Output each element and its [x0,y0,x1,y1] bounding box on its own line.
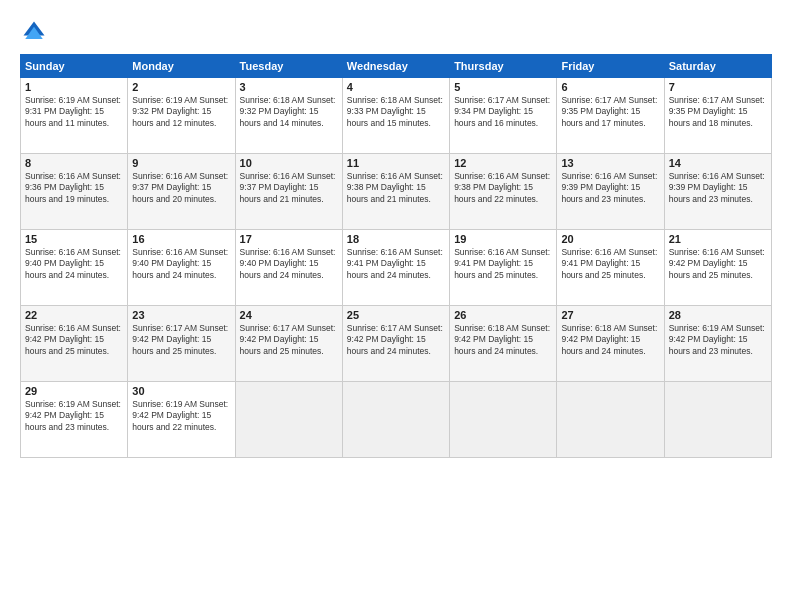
day-info: Sunrise: 6:16 AM Sunset: 9:41 PM Dayligh… [454,247,552,281]
day-number: 22 [25,309,123,321]
table-row: 29Sunrise: 6:19 AM Sunset: 9:42 PM Dayli… [21,382,128,458]
table-row: 1Sunrise: 6:19 AM Sunset: 9:31 PM Daylig… [21,78,128,154]
day-info: Sunrise: 6:17 AM Sunset: 9:35 PM Dayligh… [669,95,767,129]
day-info: Sunrise: 6:19 AM Sunset: 9:42 PM Dayligh… [669,323,767,357]
day-number: 3 [240,81,338,93]
table-row: 16Sunrise: 6:16 AM Sunset: 9:40 PM Dayli… [128,230,235,306]
table-row: 25Sunrise: 6:17 AM Sunset: 9:42 PM Dayli… [342,306,449,382]
day-info: Sunrise: 6:16 AM Sunset: 9:38 PM Dayligh… [454,171,552,205]
table-row: 15Sunrise: 6:16 AM Sunset: 9:40 PM Dayli… [21,230,128,306]
col-monday: Monday [128,55,235,78]
day-info: Sunrise: 6:16 AM Sunset: 9:37 PM Dayligh… [240,171,338,205]
day-number: 13 [561,157,659,169]
day-number: 28 [669,309,767,321]
table-row: 27Sunrise: 6:18 AM Sunset: 9:42 PM Dayli… [557,306,664,382]
table-row: 19Sunrise: 6:16 AM Sunset: 9:41 PM Dayli… [450,230,557,306]
header-row: Sunday Monday Tuesday Wednesday Thursday… [21,55,772,78]
day-number: 24 [240,309,338,321]
table-row: 2Sunrise: 6:19 AM Sunset: 9:32 PM Daylig… [128,78,235,154]
day-info: Sunrise: 6:16 AM Sunset: 9:36 PM Dayligh… [25,171,123,205]
day-info: Sunrise: 6:16 AM Sunset: 9:39 PM Dayligh… [669,171,767,205]
header [20,18,772,46]
day-info: Sunrise: 6:16 AM Sunset: 9:41 PM Dayligh… [347,247,445,281]
day-number: 10 [240,157,338,169]
day-info: Sunrise: 6:16 AM Sunset: 9:40 PM Dayligh… [132,247,230,281]
day-info: Sunrise: 6:16 AM Sunset: 9:39 PM Dayligh… [561,171,659,205]
table-row: 21Sunrise: 6:16 AM Sunset: 9:42 PM Dayli… [664,230,771,306]
day-number: 14 [669,157,767,169]
day-number: 15 [25,233,123,245]
day-number: 5 [454,81,552,93]
day-info: Sunrise: 6:16 AM Sunset: 9:41 PM Dayligh… [561,247,659,281]
table-row: 11Sunrise: 6:16 AM Sunset: 9:38 PM Dayli… [342,154,449,230]
table-row: 12Sunrise: 6:16 AM Sunset: 9:38 PM Dayli… [450,154,557,230]
table-row: 26Sunrise: 6:18 AM Sunset: 9:42 PM Dayli… [450,306,557,382]
table-row: 24Sunrise: 6:17 AM Sunset: 9:42 PM Dayli… [235,306,342,382]
day-info: Sunrise: 6:18 AM Sunset: 9:33 PM Dayligh… [347,95,445,129]
week-row-3: 22Sunrise: 6:16 AM Sunset: 9:42 PM Dayli… [21,306,772,382]
day-number: 30 [132,385,230,397]
table-row [557,382,664,458]
day-number: 1 [25,81,123,93]
day-info: Sunrise: 6:16 AM Sunset: 9:38 PM Dayligh… [347,171,445,205]
table-row: 9Sunrise: 6:16 AM Sunset: 9:37 PM Daylig… [128,154,235,230]
table-row: 23Sunrise: 6:17 AM Sunset: 9:42 PM Dayli… [128,306,235,382]
table-row: 22Sunrise: 6:16 AM Sunset: 9:42 PM Dayli… [21,306,128,382]
day-info: Sunrise: 6:19 AM Sunset: 9:42 PM Dayligh… [25,399,123,433]
day-info: Sunrise: 6:16 AM Sunset: 9:40 PM Dayligh… [25,247,123,281]
col-friday: Friday [557,55,664,78]
day-info: Sunrise: 6:19 AM Sunset: 9:42 PM Dayligh… [132,399,230,433]
table-row [342,382,449,458]
day-info: Sunrise: 6:19 AM Sunset: 9:31 PM Dayligh… [25,95,123,129]
day-info: Sunrise: 6:18 AM Sunset: 9:42 PM Dayligh… [454,323,552,357]
table-row: 8Sunrise: 6:16 AM Sunset: 9:36 PM Daylig… [21,154,128,230]
week-row-2: 15Sunrise: 6:16 AM Sunset: 9:40 PM Dayli… [21,230,772,306]
col-sunday: Sunday [21,55,128,78]
col-tuesday: Tuesday [235,55,342,78]
week-row-0: 1Sunrise: 6:19 AM Sunset: 9:31 PM Daylig… [21,78,772,154]
table-row: 14Sunrise: 6:16 AM Sunset: 9:39 PM Dayli… [664,154,771,230]
table-row: 10Sunrise: 6:16 AM Sunset: 9:37 PM Dayli… [235,154,342,230]
day-number: 8 [25,157,123,169]
table-row: 30Sunrise: 6:19 AM Sunset: 9:42 PM Dayli… [128,382,235,458]
week-row-1: 8Sunrise: 6:16 AM Sunset: 9:36 PM Daylig… [21,154,772,230]
day-number: 2 [132,81,230,93]
day-number: 18 [347,233,445,245]
col-wednesday: Wednesday [342,55,449,78]
table-row [235,382,342,458]
table-row: 28Sunrise: 6:19 AM Sunset: 9:42 PM Dayli… [664,306,771,382]
day-number: 29 [25,385,123,397]
day-number: 19 [454,233,552,245]
col-saturday: Saturday [664,55,771,78]
table-row: 17Sunrise: 6:16 AM Sunset: 9:40 PM Dayli… [235,230,342,306]
col-thursday: Thursday [450,55,557,78]
table-row: 7Sunrise: 6:17 AM Sunset: 9:35 PM Daylig… [664,78,771,154]
day-info: Sunrise: 6:17 AM Sunset: 9:34 PM Dayligh… [454,95,552,129]
day-number: 21 [669,233,767,245]
week-row-4: 29Sunrise: 6:19 AM Sunset: 9:42 PM Dayli… [21,382,772,458]
day-info: Sunrise: 6:17 AM Sunset: 9:42 PM Dayligh… [347,323,445,357]
table-row [450,382,557,458]
logo [20,18,52,46]
day-number: 17 [240,233,338,245]
table-row: 5Sunrise: 6:17 AM Sunset: 9:34 PM Daylig… [450,78,557,154]
table-row: 13Sunrise: 6:16 AM Sunset: 9:39 PM Dayli… [557,154,664,230]
table-row: 20Sunrise: 6:16 AM Sunset: 9:41 PM Dayli… [557,230,664,306]
day-number: 20 [561,233,659,245]
logo-icon [20,18,48,46]
table-row: 18Sunrise: 6:16 AM Sunset: 9:41 PM Dayli… [342,230,449,306]
day-number: 11 [347,157,445,169]
day-number: 12 [454,157,552,169]
day-info: Sunrise: 6:19 AM Sunset: 9:32 PM Dayligh… [132,95,230,129]
day-info: Sunrise: 6:16 AM Sunset: 9:42 PM Dayligh… [25,323,123,357]
table-row: 4Sunrise: 6:18 AM Sunset: 9:33 PM Daylig… [342,78,449,154]
day-info: Sunrise: 6:17 AM Sunset: 9:35 PM Dayligh… [561,95,659,129]
table-row: 3Sunrise: 6:18 AM Sunset: 9:32 PM Daylig… [235,78,342,154]
page: Sunday Monday Tuesday Wednesday Thursday… [0,0,792,612]
day-number: 4 [347,81,445,93]
day-info: Sunrise: 6:18 AM Sunset: 9:32 PM Dayligh… [240,95,338,129]
table-row [664,382,771,458]
day-number: 25 [347,309,445,321]
day-number: 9 [132,157,230,169]
day-number: 27 [561,309,659,321]
